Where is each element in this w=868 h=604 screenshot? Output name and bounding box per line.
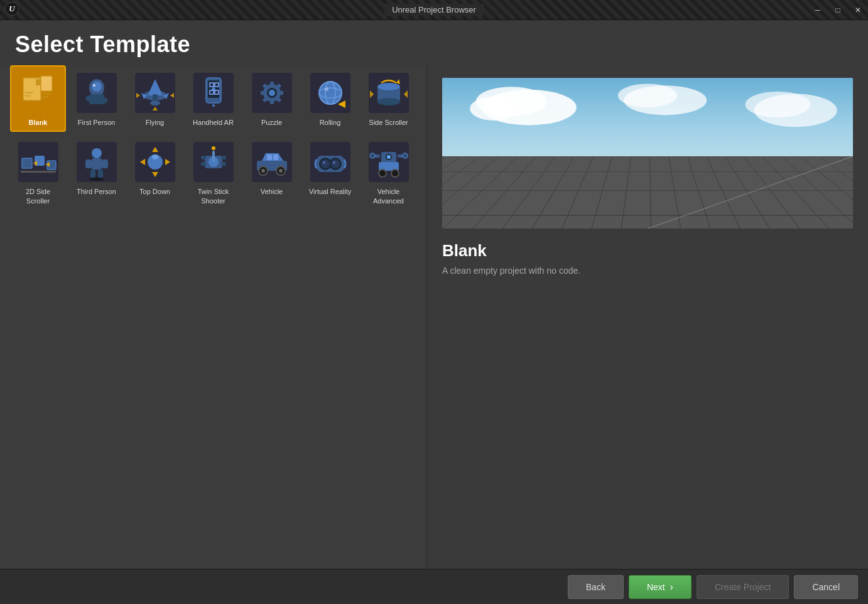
flying-icon [135, 73, 175, 113]
svg-point-104 [321, 159, 330, 168]
template-item-third-person[interactable]: Third Person [68, 134, 124, 210]
preview-section: Blank A clean empty project with no code… [427, 65, 868, 569]
vehicle-label: Vehicle [261, 187, 283, 196]
content-area: Blank Fir [0, 65, 868, 569]
maximize-button[interactable]: □ [828, 0, 848, 20]
svg-rect-86 [212, 151, 215, 162]
svg-point-46 [269, 90, 275, 96]
puzzle-icon [252, 73, 292, 113]
svg-rect-95 [273, 154, 278, 160]
cancel-button[interactable]: Cancel [794, 575, 858, 599]
2d-side-scroller-icon-area [16, 139, 61, 185]
template-item-vehicle[interactable]: Vehicle [244, 134, 300, 210]
svg-rect-40 [261, 91, 265, 95]
side-scroller-icon-area [366, 70, 411, 116]
flying-icon-area [133, 70, 178, 116]
close-button[interactable]: ✕ [848, 0, 868, 20]
vehicle-icon [252, 142, 292, 182]
third-person-label: Third Person [77, 187, 116, 196]
template-item-top-down[interactable]: Top Down [127, 134, 183, 210]
vehicle-icon-area [249, 139, 295, 185]
top-down-icon [135, 142, 175, 182]
first-person-label: First Person [78, 118, 115, 127]
template-item-puzzle[interactable]: Puzzle [244, 65, 300, 132]
svg-point-98 [261, 169, 265, 173]
twin-stick-shooter-icon [193, 142, 234, 182]
template-item-rolling[interactable]: Rolling [302, 65, 358, 132]
svg-point-29 [212, 104, 215, 107]
blank-label: Blank [29, 118, 48, 127]
svg-rect-73 [90, 170, 95, 178]
svg-rect-71 [85, 159, 92, 168]
handheld-ar-icon [193, 73, 234, 113]
svg-point-99 [279, 169, 283, 173]
svg-rect-39 [270, 100, 274, 104]
svg-point-69 [92, 148, 102, 158]
rolling-icon [310, 73, 350, 113]
handheld-ar-label: Handheld AR [193, 118, 234, 127]
svg-rect-72 [102, 159, 108, 168]
rolling-icon-area [308, 70, 353, 116]
next-button-label: Next [647, 582, 665, 592]
svg-point-20 [150, 100, 160, 105]
template-item-first-person[interactable]: First Person [68, 65, 124, 132]
svg-point-57 [377, 98, 400, 105]
side-scroller-label: Side Scroller [369, 118, 408, 127]
template-item-2d-side-scroller[interactable]: 2D Side Scroller [10, 134, 66, 210]
template-item-side-scroller[interactable]: Side Scroller [361, 65, 416, 132]
svg-rect-7 [24, 92, 33, 94]
svg-rect-41 [279, 91, 283, 95]
svg-point-56 [377, 83, 400, 90]
ground-overlay [442, 156, 853, 229]
template-item-handheld-ar[interactable]: Handheld AR [185, 65, 241, 132]
flying-label: Flying [146, 118, 164, 127]
preview-sky [442, 78, 853, 161]
template-item-blank[interactable]: Blank [10, 65, 66, 132]
svg-point-125 [754, 94, 837, 127]
virtual-reality-icon-area [308, 139, 353, 185]
title-bar: U Unreal Project Browser ─ □ ✕ [0, 0, 868, 20]
svg-rect-5 [42, 93, 51, 95]
top-down-icon-area [133, 139, 178, 185]
puzzle-icon-area [249, 70, 295, 116]
minimize-button[interactable]: ─ [808, 0, 828, 20]
bottom-bar: Back Next › Create Project Cancel [0, 569, 868, 604]
blank-icon [18, 73, 58, 113]
svg-rect-6 [42, 96, 48, 98]
svg-point-121 [470, 97, 517, 121]
template-item-vehicle-advanced[interactable]: Vehicle Advanced [361, 134, 416, 210]
svg-point-14 [92, 82, 102, 92]
first-person-icon-area [74, 70, 119, 116]
side-scroller-icon [369, 73, 409, 113]
svg-point-52 [325, 87, 328, 91]
svg-rect-38 [270, 82, 274, 86]
preview-template-name: Blank [442, 241, 853, 261]
preview-clouds [442, 78, 853, 161]
template-grid: Blank Fir [10, 65, 416, 210]
vehicle-advanced-label: Vehicle Advanced [364, 187, 413, 205]
2d-side-scroller-icon [18, 142, 58, 182]
top-down-label: Top Down [139, 187, 170, 196]
svg-point-105 [331, 159, 340, 168]
window-controls: ─ □ ✕ [808, 0, 868, 20]
svg-rect-8 [24, 95, 31, 97]
template-item-flying[interactable]: Flying [127, 65, 183, 132]
template-item-twin-stick-shooter[interactable]: Twin Stick Shooter [185, 134, 241, 210]
vehicle-advanced-icon [369, 142, 409, 182]
svg-point-15 [93, 84, 95, 87]
svg-rect-87 [201, 156, 206, 159]
back-button[interactable]: Back [568, 575, 624, 599]
third-person-icon-area [74, 139, 119, 185]
svg-point-118 [391, 170, 399, 177]
template-grid-section: Blank Fir [0, 65, 427, 569]
svg-point-78 [152, 154, 158, 159]
template-item-virtual-reality[interactable]: Virtual Reality [302, 134, 358, 210]
next-arrow: › [670, 581, 673, 592]
svg-rect-74 [98, 170, 103, 178]
virtual-reality-label: Virtual Reality [309, 187, 352, 196]
preview-description: A clean empty project with no code. [442, 266, 853, 276]
svg-rect-90 [221, 162, 226, 166]
first-person-icon [77, 73, 117, 113]
vehicle-advanced-icon-area [366, 139, 411, 185]
next-button[interactable]: Next › [629, 575, 692, 599]
